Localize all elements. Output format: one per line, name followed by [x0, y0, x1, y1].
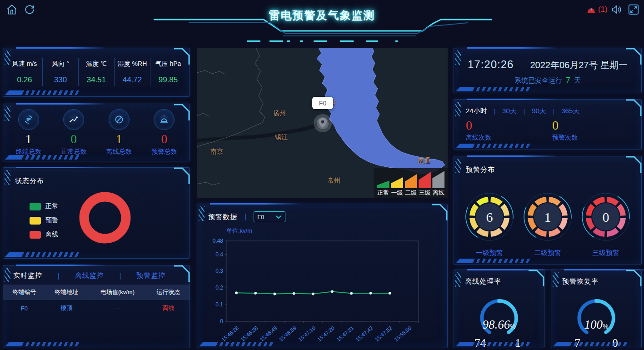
chevron-down-icon	[275, 215, 282, 219]
legend-swatch	[30, 217, 41, 225]
warning-distribution-panel: 预警分布 6一级预警1二级预警0三级预警	[454, 156, 642, 265]
tab-divider: |	[524, 108, 525, 115]
weather-value: 34.51	[80, 75, 113, 85]
period-tab[interactable]: 30天	[502, 107, 517, 115]
sound-button[interactable]	[610, 4, 622, 17]
map-marker[interactable]	[314, 114, 332, 132]
status-distribution-title: 状态分布	[3, 168, 190, 185]
weather-item: 温度 ℃34.51	[79, 58, 115, 86]
terminal-stat: 0预警总数	[142, 109, 187, 156]
warning-distribution-title: 预警分布	[454, 156, 641, 174]
warning-gauge-label: 二级预警	[519, 249, 576, 257]
terminal-stat-value: 0	[142, 133, 187, 146]
map-legend-label: 二级	[404, 189, 418, 197]
period-tab[interactable]: 90天	[532, 107, 546, 115]
field-strength-line-chart: 00.10.20.30.40.4815:46:2815:46:3815:46:4…	[201, 235, 443, 350]
weather-panel: 风速 m/s0.26风向 °330温度 ℃34.51湿度 %RH44.72气压 …	[3, 48, 190, 97]
warning-data-panel: 预警数据 | F0 单位:kv/m 00.10.20.30.40.4815:46…	[197, 204, 448, 348]
weather-label: 气压 hPa	[151, 60, 185, 68]
map-legend-item: 二级	[404, 171, 418, 197]
warning-gauge-ring: 0	[578, 189, 634, 245]
alarm-button[interactable]: (1)	[586, 5, 608, 15]
weather-label: 风速 m/s	[8, 60, 41, 68]
warning-gauge-label: 三级预警	[578, 249, 634, 257]
weather-row: 风速 m/s0.26风向 °330温度 ℃34.51湿度 %RH44.72气压 …	[3, 48, 190, 96]
trend-icon	[63, 109, 84, 130]
map-city-label: 南通	[418, 157, 430, 165]
terminal-stat: 1离线总数	[96, 109, 142, 156]
table-column-header: 终端地址	[45, 285, 88, 300]
weather-label: 风向 °	[44, 60, 77, 68]
weather-value: 99.85	[151, 75, 185, 85]
siren-icon	[154, 109, 175, 130]
map[interactable]: N 扬州镇江南京常州南通 F0 正常一级二级三级离线	[197, 48, 448, 198]
table-row[interactable]: F0楼顶--离线	[3, 300, 190, 316]
map-legend-item: 正常	[376, 171, 390, 197]
weather-item: 风速 m/s0.26	[7, 58, 43, 86]
table-cell: --	[88, 300, 147, 316]
warning-gauge-ring: 1	[519, 189, 576, 245]
svg-text:15:47:10: 15:47:10	[297, 325, 316, 342]
terminal-select[interactable]: F0	[254, 211, 285, 222]
period-stat: 0预警次数	[552, 118, 639, 142]
svg-text:15:46:59: 15:46:59	[278, 325, 297, 342]
monitor-table-body: F0楼顶--离线	[3, 300, 190, 316]
terminal-stat-value: 1	[96, 133, 142, 146]
weather-value: 330	[44, 75, 77, 85]
monitor-tab[interactable]: 实时监控	[13, 271, 42, 280]
svg-text:0.2: 0.2	[215, 285, 223, 291]
period-stats-panel: 24小时|30天|90天|365天 0离线次数0预警次数	[454, 99, 642, 150]
svg-text:0.1: 0.1	[215, 301, 223, 308]
table-cell: 楼顶	[45, 300, 88, 316]
monitor-tab[interactable]: 预警监控	[136, 271, 165, 280]
terminal-stat-label: 正常总数	[51, 148, 97, 156]
tab-divider: |	[58, 272, 60, 280]
svg-text:15:55:00: 15:55:00	[393, 325, 412, 342]
period-stat-label: 离线次数	[466, 134, 552, 142]
fullscreen-icon	[628, 4, 639, 15]
monitor-tab[interactable]: 离线监控	[75, 271, 104, 280]
warning-gauge: 6一级预警	[461, 189, 518, 257]
map-legend-item: 一级	[390, 171, 404, 197]
terminal-stat-label: 离线总数	[96, 148, 142, 156]
legend-label: 正常	[45, 202, 58, 210]
legend-label: 预警	[45, 216, 58, 225]
recovery-rate-panel: 预警恢复率 100% 7已恢复数0未恢复数	[551, 270, 642, 348]
period-tab[interactable]: 24小时	[466, 107, 487, 115]
period-tabs: 24小时|30天|90天|365天	[454, 100, 641, 115]
period-tab[interactable]: 365天	[561, 107, 579, 115]
svg-text:15:46:49: 15:46:49	[259, 325, 278, 342]
map-marker-label: F0	[319, 100, 326, 107]
svg-text:0: 0	[220, 318, 223, 325]
terminal-icon	[18, 109, 39, 130]
terminal-stat: 0正常总数	[51, 109, 97, 156]
weather-item: 气压 hPa99.85	[150, 58, 186, 86]
recovery-rate-percent: 100%	[551, 318, 641, 332]
terminal-stat-label: 预警总数	[142, 148, 187, 156]
map-legend-wedge	[377, 171, 389, 188]
fullscreen-button[interactable]	[628, 4, 639, 17]
period-stat-value: 0	[552, 118, 639, 133]
map-city-label: 镇江	[275, 133, 288, 141]
tab-divider: |	[553, 108, 554, 115]
map-marker-tooltip: F0	[312, 97, 333, 109]
offline-rate-panel: 离线处理率 98.66% 74已处理数1未处理数	[454, 270, 544, 348]
map-legend-wedge	[391, 171, 403, 188]
monitor-tabs: 实时监控|离线监控|预警监控	[3, 265, 190, 285]
svg-text:15:47:42: 15:47:42	[355, 325, 374, 342]
period-stat-label: 预警次数	[552, 134, 639, 142]
warning-gauge-ring: 6	[461, 189, 518, 245]
warning-gauges: 6一级预警1二级预警0三级预警	[454, 174, 641, 257]
weather-value: 0.26	[8, 75, 41, 85]
table-cell: F0	[3, 300, 45, 316]
map-legend-label: 离线	[432, 189, 445, 197]
svg-text:0.48: 0.48	[213, 238, 224, 244]
recovery-rate-title: 预警恢复率	[551, 270, 641, 286]
monitor-panel: 实时监控|离线监控|预警监控 终端编号终端地址电场值(kv/m)运行状态 F0楼…	[3, 265, 190, 348]
divider: |	[245, 213, 246, 221]
chart-unit-label: 单位:kv/m	[226, 227, 447, 235]
map-city-label: 扬州	[273, 110, 286, 118]
warning-gauge-label: 一级预警	[461, 249, 518, 257]
map-city-label: 南京	[210, 148, 223, 156]
legend-label: 离线	[45, 230, 58, 239]
